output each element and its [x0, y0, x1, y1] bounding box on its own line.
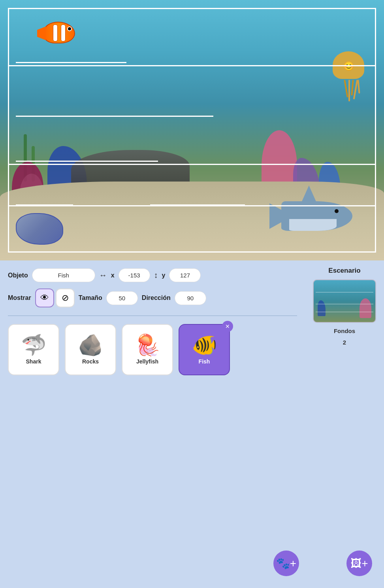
bottom-panel: Objeto Fish ↔ x -153 ↕ y 127 Mostrar 👁 ⊘…	[0, 260, 384, 588]
jellyfish-sprite[interactable]: 😊	[333, 51, 372, 99]
hide-icon: ⊘	[62, 293, 69, 303]
sprites-grid: 🦈 Shark 🪨 Rocks 🪼 Jellyfish ✕ 🐠 Fish	[8, 324, 297, 375]
rock-prop-sprite[interactable]	[16, 213, 67, 249]
clownfish-sprite[interactable]	[43, 22, 83, 51]
fondos-count: 2	[343, 339, 346, 346]
progress-line-2	[16, 116, 213, 117]
y-input[interactable]: 127	[169, 268, 201, 282]
thumb-line	[316, 292, 373, 292]
objeto-label: Objeto	[8, 272, 28, 279]
sprite-name-input[interactable]: Fish	[32, 268, 95, 282]
eye-icon: 👁	[40, 293, 49, 303]
fondos-label: Fondos	[334, 328, 355, 334]
sprite-card-jellyfish[interactable]: 🪼 Jellyfish	[122, 324, 173, 375]
rocks-label: Rocks	[82, 358, 99, 365]
controls-row-2: Mostrar 👁 ⊘ Tamaño 50 Dirección 90	[8, 288, 297, 307]
stage-divider-1	[8, 65, 376, 66]
mostrar-label: Mostrar	[8, 294, 31, 301]
add-scene-icon: 🖼+	[350, 557, 368, 570]
stage-divider-2	[8, 164, 376, 165]
x-label: x	[111, 272, 115, 279]
escenario-title: Escenario	[328, 267, 360, 275]
stage-thumbnail[interactable]	[313, 279, 376, 323]
sprite-card-fish[interactable]: ✕ 🐠 Fish	[179, 324, 230, 375]
thumb-line2	[316, 304, 373, 304]
thumb-coral-blue	[318, 300, 326, 316]
size-input[interactable]: 50	[106, 291, 138, 305]
stage: 😊	[0, 0, 384, 260]
add-sprite-button[interactable]: 🐾+	[273, 551, 299, 576]
thumb-coral	[360, 298, 371, 318]
shark-icon: 🦈	[21, 335, 47, 355]
visibility-toggle: 👁 ⊘	[35, 288, 75, 307]
progress-line-1	[16, 62, 126, 63]
direction-input[interactable]: 90	[175, 291, 206, 305]
add-scene-button[interactable]: 🖼+	[346, 551, 372, 576]
add-sprite-icon: 🐾+	[276, 557, 296, 570]
hide-button[interactable]: ⊘	[56, 288, 75, 307]
fish-label: Fish	[199, 358, 210, 365]
thumb-line3	[316, 312, 373, 312]
shark-sprite[interactable]	[281, 201, 360, 249]
jellyfish-label: Jellyfish	[136, 358, 158, 365]
rocks-icon: 🪨	[78, 335, 104, 355]
x-arrow-icon: ↔	[99, 271, 107, 280]
x-input[interactable]: -153	[119, 268, 150, 282]
tamano-label: Tamaño	[79, 294, 102, 301]
y-label: y	[162, 272, 166, 279]
stage-divider-3	[8, 205, 376, 206]
jellyfish-icon: 🪼	[135, 335, 160, 355]
sprite-card-shark[interactable]: 🦈 Shark	[8, 324, 59, 375]
show-button[interactable]: 👁	[35, 288, 54, 307]
divider	[8, 315, 297, 316]
shark-label: Shark	[26, 358, 41, 365]
sprites-panel: Objeto Fish ↔ x -153 ↕ y 127 Mostrar 👁 ⊘…	[0, 260, 305, 588]
y-arrow-icon: ↕	[154, 271, 158, 280]
fish-icon: 🐠	[192, 335, 217, 355]
sprite-card-rocks[interactable]: 🪨 Rocks	[65, 324, 116, 375]
controls-row-1: Objeto Fish ↔ x -153 ↕ y 127	[8, 268, 297, 282]
progress-line-3	[16, 161, 158, 162]
direccion-label: Dirección	[142, 294, 171, 301]
delete-fish-button[interactable]: ✕	[222, 321, 233, 332]
sidebar-panel: Escenario Fondos 2	[305, 260, 384, 588]
